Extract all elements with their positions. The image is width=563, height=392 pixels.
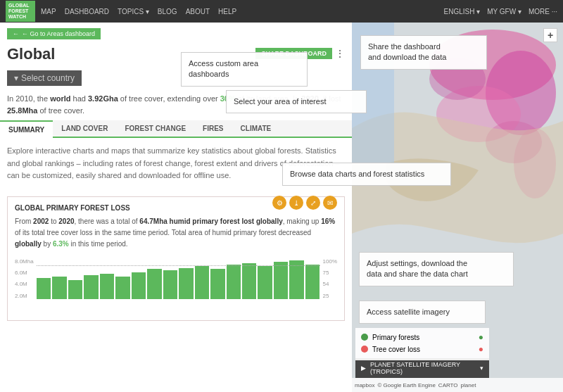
share-btn-area: SHARE DASHBOARD ⋮ — [255, 48, 345, 59]
intro-text: Explore interactive charts and maps that… — [7, 145, 345, 182]
bar-8 — [163, 270, 177, 299]
go-areas-button[interactable]: ← ← Go to Areas dashboard — [7, 28, 101, 39]
bar-14 — [258, 266, 272, 299]
nav-help[interactable]: HELP — [218, 8, 236, 15]
bars-container — [37, 257, 320, 299]
map-area: + Primary forests ● Tree cover loss ● ▶ … — [352, 23, 563, 392]
chart-controls: ⚙ ⤓ ⤢ ✉ — [272, 196, 337, 210]
bar-5 — [115, 277, 129, 299]
bar-11 — [210, 269, 224, 298]
svg-point-5 — [429, 58, 486, 100]
carto-label: CARTO — [438, 382, 458, 388]
tab-climate[interactable]: CLIMATE — [232, 120, 280, 137]
country-select-placeholder: Select country — [21, 73, 75, 83]
zoom-in-button[interactable]: + — [543, 28, 557, 42]
share-dashboard-button[interactable]: SHARE DASHBOARD — [255, 48, 332, 59]
bar-chart: 8.0Mha 6.0M 4.0M 2.0M 100% 75 54 25 — [15, 257, 337, 313]
legend-primary-forests: Primary forests ● — [361, 332, 483, 342]
country-select-area: ▾ Select country — [0, 68, 352, 89]
map-attribution: © Google Earth Engine — [377, 382, 435, 388]
tabs-bar: SUMMARY LAND COVER FOREST CHANGE FIRES C… — [0, 120, 352, 138]
bar-6 — [132, 272, 146, 299]
svg-rect-8 — [352, 23, 394, 163]
primary-forests-label: Primary forests — [372, 334, 419, 341]
tree-cover-loss-toggle[interactable]: ● — [479, 344, 483, 354]
y-right-label-1: 100% — [323, 258, 337, 265]
bar-9 — [179, 268, 193, 299]
nav-dashboard[interactable]: DASHBOARD — [65, 8, 109, 15]
navbar: GLOBALFORESTWATCH MAP DASHBOARD TOPICS ▾… — [0, 0, 563, 23]
more-options-icon[interactable]: ⋮ — [335, 48, 345, 59]
country-select-dropdown[interactable]: ▾ Select country — [7, 70, 82, 86]
nav-topics[interactable]: TOPICS ▾ — [118, 8, 149, 15]
satellite-label: PLANET SATELLITE IMAGERY (TROPICS) — [370, 361, 476, 375]
chart-description-text: From 2002 to 2020, there was a total of … — [15, 216, 337, 250]
satellite-icon: ▶ — [361, 365, 366, 372]
bar-1 — [52, 277, 66, 299]
bar-17 — [305, 265, 320, 299]
y-label-2: 6.0M — [15, 270, 34, 276]
chart-ctrl-4[interactable]: ✉ — [323, 196, 337, 210]
primary-forests-toggle[interactable]: ● — [479, 332, 483, 342]
legend-box: Primary forests ● Tree cover loss ● — [355, 328, 489, 360]
tab-forest-change[interactable]: FOREST CHANGE — [116, 120, 194, 137]
y-right-label-3: 54 — [323, 281, 337, 287]
chart-ctrl-1[interactable]: ⚙ — [272, 196, 286, 210]
tab-summary[interactable]: SUMMARY — [0, 120, 53, 138]
go-areas-label: ← Go to Areas dashboard — [22, 30, 95, 37]
bar-3 — [84, 275, 98, 299]
mapbox-logo: mapbox — [355, 382, 374, 388]
legend-tree-cover-loss: Tree cover loss ● — [361, 344, 483, 354]
planet-label: planet — [461, 382, 476, 388]
chart-title: GLOBAL PRIMARY FOREST LOSS — [15, 204, 130, 212]
y-label-3: 4.0M — [15, 281, 34, 287]
tab-fires[interactable]: FIRES — [194, 120, 232, 137]
primary-forests-dot — [361, 334, 368, 341]
y-right-label-4: 25 — [323, 293, 337, 299]
content-area: Explore interactive charts and maps that… — [0, 138, 352, 189]
nav-right: ENGLISH ▾ MY GFW ▾ MORE ··· — [443, 8, 557, 15]
y-label-1: 8.0Mha — [15, 258, 34, 265]
bar-12 — [227, 265, 241, 299]
bar-4 — [100, 274, 114, 299]
chart-ctrl-2[interactable]: ⤓ — [289, 196, 303, 210]
bar-0 — [37, 278, 51, 299]
nav-items: MAP DASHBOARD TOPICS ▾ BLOG ABOUT HELP — [41, 8, 443, 15]
bar-16 — [289, 260, 303, 299]
nav-blog[interactable]: BLOG — [158, 8, 177, 15]
chevron-down-icon: ▾ — [14, 73, 18, 83]
chart-box: GLOBAL PRIMARY FOREST LOSS ⚙ ⤓ ⤢ ✉ From … — [7, 196, 345, 321]
chevron-down-icon: ▾ — [480, 365, 483, 372]
logo: GLOBALFORESTWATCH — [6, 1, 35, 21]
left-panel: ← ← Go to Areas dashboard SHARE DASHBOAR… — [0, 23, 352, 392]
nav-map[interactable]: MAP — [41, 8, 56, 15]
chart-ctrl-3[interactable]: ⤢ — [306, 196, 320, 210]
nav-more[interactable]: MORE ··· — [529, 8, 557, 15]
y-right-label-2: 75 — [323, 270, 337, 276]
bar-7 — [147, 269, 161, 298]
bar-13 — [242, 263, 256, 299]
satellite-imagery-button[interactable]: ▶ PLANET SATELLITE IMAGERY (TROPICS) ▾ — [355, 358, 489, 378]
back-arrow-icon: ← — [13, 30, 19, 37]
bar-15 — [274, 262, 288, 298]
description-text: In 2010, the world had 3.92Gha of tree c… — [0, 89, 352, 120]
nav-about[interactable]: ABOUT — [186, 8, 210, 15]
main-container: ← ← Go to Areas dashboard SHARE DASHBOAR… — [0, 23, 563, 392]
tree-cover-loss-dot — [361, 346, 368, 353]
tab-land-cover[interactable]: LAND COVER — [53, 120, 116, 137]
bar-2 — [68, 280, 82, 299]
map-footer: mapbox © Google Earth Engine CARTO plane… — [352, 378, 563, 392]
nav-mygfw[interactable]: MY GFW ▾ — [487, 8, 521, 15]
nav-english[interactable]: ENGLISH ▾ — [443, 8, 480, 15]
tree-cover-loss-label: Tree cover loss — [372, 346, 420, 353]
y-label-4: 2.0M — [15, 293, 34, 299]
bar-10 — [195, 266, 209, 299]
